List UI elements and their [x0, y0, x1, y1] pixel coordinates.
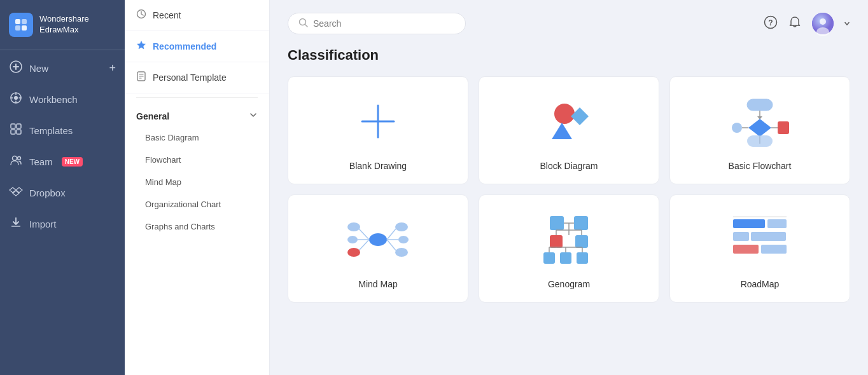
svg-rect-33: [778, 121, 789, 134]
svg-line-39: [359, 229, 369, 240]
block-diagram-icon-area: [492, 90, 646, 153]
svg-point-25: [820, 18, 826, 25]
sidebar-divider: [0, 50, 125, 50]
svg-point-38: [369, 233, 387, 246]
new-icon: [9, 60, 23, 76]
roadmap-icon-area: [683, 208, 837, 271]
svg-rect-52: [574, 216, 588, 230]
blank-drawing-icon-area: [301, 90, 455, 153]
help-icon[interactable]: ?: [764, 15, 778, 32]
general-chevron-icon: [249, 111, 258, 121]
svg-rect-63: [577, 252, 588, 264]
team-icon: [9, 154, 23, 170]
sub-item-basic-diagram[interactable]: Basic Diagram: [125, 126, 269, 149]
middle-item-personal-template[interactable]: Personal Template: [125, 62, 269, 93]
recent-icon: [136, 9, 146, 22]
svg-rect-70: [733, 219, 765, 228]
basic-flowchart-icon-area: [683, 90, 837, 153]
workbench-icon: [9, 92, 23, 107]
svg-rect-12: [17, 130, 21, 134]
mind-map-icon-area: [301, 208, 455, 271]
svg-rect-75: [761, 245, 787, 254]
svg-point-42: [347, 236, 358, 243]
svg-rect-35: [747, 135, 773, 147]
sub-item-org-chart[interactable]: Organizational Chart: [125, 193, 269, 215]
sidebar-item-new[interactable]: New +: [0, 53, 125, 84]
sidebar-item-dropbox[interactable]: Dropbox: [0, 177, 125, 208]
page-title: Classification: [288, 47, 850, 64]
avatar-dropdown-icon[interactable]: [844, 18, 850, 29]
middle-item-recent[interactable]: Recent: [125, 0, 269, 31]
avatar[interactable]: [812, 13, 834, 34]
svg-rect-72: [733, 232, 749, 241]
dropbox-icon: [9, 185, 23, 201]
sidebar-item-templates[interactable]: Templates: [0, 115, 125, 146]
notification-bell-icon[interactable]: [788, 15, 802, 32]
import-icon: [9, 216, 23, 232]
svg-rect-9: [11, 124, 15, 128]
svg-rect-1: [22, 19, 27, 24]
card-roadmap[interactable]: RoadMap: [669, 194, 850, 303]
card-mind-map[interactable]: Mind Map: [288, 194, 468, 303]
sub-item-flowchart[interactable]: Flowchart: [125, 149, 269, 171]
svg-line-43: [359, 240, 369, 250]
svg-point-50: [395, 248, 408, 257]
svg-rect-30: [747, 99, 773, 111]
cards-grid: Blank Drawing Block Diagram: [288, 76, 850, 303]
middle-item-personal-template-label: Personal Template: [153, 72, 227, 83]
svg-rect-56: [575, 235, 588, 248]
svg-point-14: [18, 157, 21, 160]
svg-point-36: [732, 123, 742, 133]
card-blank-drawing[interactable]: Blank Drawing: [288, 76, 468, 184]
svg-rect-51: [550, 216, 564, 230]
sidebar-item-import[interactable]: Import: [0, 208, 125, 240]
card-block-diagram-label: Block Diagram: [540, 161, 598, 171]
sidebar-item-team[interactable]: Team NEW: [0, 146, 125, 177]
sidebar-plus-icon[interactable]: +: [109, 62, 116, 75]
logo-icon: [9, 13, 33, 37]
middle-panel: Recent Recommended Personal Template Gen…: [125, 0, 270, 375]
sidebar-item-workbench[interactable]: Workbench: [0, 84, 125, 115]
svg-point-40: [347, 222, 360, 231]
recommended-icon: [136, 40, 146, 53]
genogram-icon-area: [492, 208, 646, 271]
svg-rect-0: [15, 19, 20, 24]
svg-rect-61: [543, 252, 555, 264]
general-section-header[interactable]: General: [125, 102, 269, 126]
svg-rect-3: [22, 25, 27, 31]
svg-rect-62: [560, 252, 571, 264]
team-badge-new: NEW: [62, 157, 83, 167]
card-block-diagram[interactable]: Block Diagram: [479, 76, 659, 184]
svg-rect-73: [751, 232, 786, 241]
middle-item-recommended[interactable]: Recommended: [125, 31, 269, 62]
main-content: ?: [270, 0, 868, 375]
sidebar-item-templates-label: Templates: [29, 125, 73, 136]
card-mind-map-label: Mind Map: [358, 279, 397, 289]
sub-item-mind-map[interactable]: Mind Map: [125, 171, 269, 193]
sidebar-item-import-label: Import: [29, 219, 57, 229]
svg-point-44: [347, 248, 360, 257]
sub-item-graphs-charts[interactable]: Graphs and Charts: [125, 215, 269, 238]
sidebar-item-workbench-label: Workbench: [29, 94, 78, 105]
svg-rect-10: [17, 124, 21, 128]
search-bar[interactable]: [288, 13, 466, 34]
card-basic-flowchart[interactable]: Basic Flowchart: [669, 76, 850, 184]
svg-point-48: [398, 236, 409, 243]
svg-line-45: [387, 229, 396, 240]
sidebar-item-team-label: Team: [29, 156, 53, 167]
logo-text: Wondershare EdrawMax: [39, 14, 89, 36]
general-section-label: General: [136, 111, 169, 121]
svg-rect-71: [767, 219, 787, 228]
templates-icon: [9, 123, 23, 139]
section-divider: [136, 97, 258, 98]
svg-line-49: [387, 240, 396, 250]
svg-point-8: [14, 96, 18, 100]
card-genogram[interactable]: Genogram: [479, 194, 659, 303]
sidebar: Wondershare EdrawMax New + Workbench: [0, 0, 125, 375]
svg-line-21: [305, 25, 308, 27]
svg-rect-55: [550, 235, 563, 248]
main-header: ?: [288, 13, 850, 34]
svg-rect-2: [15, 25, 20, 31]
search-input[interactable]: [313, 18, 455, 29]
svg-text:?: ?: [768, 18, 773, 27]
